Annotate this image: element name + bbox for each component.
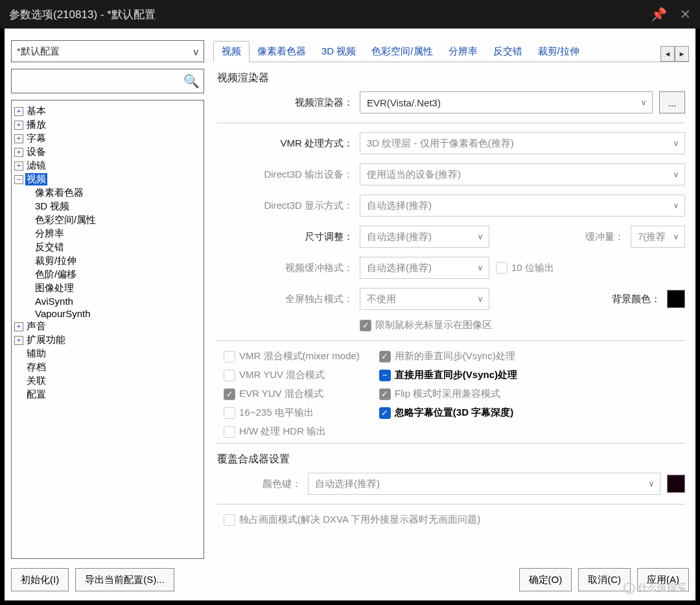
- tree-item-config[interactable]: 配置: [14, 388, 201, 401]
- chevron-down-icon: v: [478, 294, 482, 303]
- window-title: 参数选项(210813) - *默认配置: [9, 7, 156, 22]
- ok-button[interactable]: 确定(O): [519, 568, 572, 591]
- tree-item[interactable]: 分辨率: [34, 227, 201, 241]
- profile-value: *默认配置: [17, 45, 60, 58]
- tab-video[interactable]: 视频: [213, 41, 250, 62]
- window-controls: 📌 ✕: [651, 6, 691, 22]
- tree-item-archive[interactable]: 存档: [14, 361, 201, 374]
- tab-crop-stretch[interactable]: 裁剪/拉伸: [530, 42, 587, 62]
- init-button[interactable]: 初始化(I): [11, 568, 69, 591]
- fullscreen-select[interactable]: 不使用v: [360, 288, 489, 310]
- tree-item-device[interactable]: +设备: [14, 145, 201, 159]
- tab-deinterlace[interactable]: 反交错: [485, 42, 530, 62]
- colorkey-label: 颜色键：: [217, 478, 301, 490]
- bgcolor-swatch[interactable]: [667, 290, 685, 308]
- d3d-output-select[interactable]: 使用适当的设备(推荐)v: [360, 163, 685, 185]
- tree-item-playback[interactable]: +播放: [14, 118, 201, 132]
- search-input[interactable]: 🔍: [11, 69, 204, 93]
- tab-resolution[interactable]: 分辨率: [441, 42, 485, 62]
- tree-item-basic[interactable]: +基本: [14, 104, 201, 118]
- d3d-display-select[interactable]: 自动选择(推荐)v: [360, 195, 685, 217]
- chevron-down-icon: v: [674, 139, 678, 148]
- chevron-down-icon: v: [674, 232, 678, 241]
- tree-item[interactable]: 色彩空间/属性: [34, 213, 201, 227]
- tree-item[interactable]: VapourSynth: [34, 307, 201, 320]
- bufferfmt-label: 视频缓冲格式：: [217, 262, 353, 274]
- vmr-select[interactable]: 3D 纹理层 - 仅用于像素着色(推荐)v: [360, 132, 685, 154]
- chevron-down-icon: v: [478, 263, 482, 272]
- tree-item-filter[interactable]: +滤镜: [14, 159, 201, 172]
- resize-label: 尺寸调整：: [217, 231, 353, 243]
- cancel-button[interactable]: 取消(C): [578, 568, 631, 591]
- tree-item[interactable]: 裁剪/拉伸: [34, 254, 201, 268]
- direct-vsync-checkbox[interactable]: −直接用垂直同步(Vsync)处理: [379, 369, 517, 381]
- vmr-label: VMR 处理方式：: [217, 137, 353, 150]
- buffer-select[interactable]: 7(推荐v: [631, 226, 685, 248]
- settings-panel: 视频渲染器 视频渲染器： EVR(Vista/.Net3)v ... VMR 处…: [213, 69, 689, 559]
- tree-item-extend[interactable]: +扩展功能: [14, 333, 201, 347]
- bgcolor-label: 背景颜色：: [612, 293, 660, 305]
- tree-item[interactable]: 反交错: [34, 241, 201, 254]
- chevron-down-icon: v: [478, 232, 482, 241]
- new-vsync-checkbox[interactable]: ✓用新的垂直同步(Vsync)处理: [379, 350, 517, 362]
- settings-tree: +基本 +播放 +字幕 +设备 +滤镜 −视频 像素着色器 3D 视频 色彩空间…: [11, 100, 204, 559]
- tree-video-children: 像素着色器 3D 视频 色彩空间/属性 分辨率 反交错 裁剪/拉伸 色阶/偏移 …: [14, 186, 201, 320]
- renderer-label: 视频渲染器：: [217, 97, 353, 109]
- d3d-display-label: Direct3D 显示方式：: [217, 200, 353, 212]
- bottom-bar: 初始化(I) 导出当前配置(S)... 确定(O) 取消(C) 应用(A): [5, 559, 695, 600]
- pin-icon[interactable]: 📌: [651, 6, 667, 22]
- tree-item[interactable]: 像素着色器: [34, 186, 201, 200]
- ignore-subtitle-checkbox[interactable]: ✓忽略字幕位置(3D 字幕深度): [379, 407, 517, 419]
- tab-prev-button[interactable]: ◄: [660, 46, 675, 62]
- export-button[interactable]: 导出当前配置(S)...: [75, 568, 174, 591]
- tree-item-video[interactable]: −视频: [14, 172, 201, 186]
- bufferfmt-select[interactable]: 自动选择(推荐)v: [360, 257, 489, 279]
- profile-select[interactable]: *默认配置 v: [11, 40, 204, 62]
- tenbit-checkbox[interactable]: 10 位输出: [496, 262, 554, 274]
- search-icon: 🔍: [183, 73, 200, 89]
- resize-select[interactable]: 自动选择(推荐)v: [360, 226, 489, 248]
- tab-3d-video[interactable]: 3D 视频: [314, 42, 364, 62]
- tabbar: 视频 像素着色器 3D 视频 色彩空间/属性 分辨率 反交错 裁剪/拉伸 ◄ ►: [213, 40, 689, 62]
- vmr-mix-checkbox[interactable]: VMR 混合模式(mixer mode): [224, 350, 360, 362]
- tab-colorspace[interactable]: 色彩空间/属性: [364, 42, 440, 62]
- tree-item-assist[interactable]: 辅助: [14, 347, 201, 361]
- restrict-cursor-checkbox[interactable]: ✓限制鼠标光标显示在图像区: [360, 319, 492, 331]
- vmr-yuv-checkbox[interactable]: VMR YUV 混合模式: [224, 369, 360, 381]
- apply-button[interactable]: 应用(A): [637, 568, 689, 591]
- colorkey-swatch[interactable]: [667, 475, 685, 493]
- colorkey-select[interactable]: 自动选择(推荐)v: [308, 473, 660, 495]
- tab-next-button[interactable]: ►: [675, 46, 689, 62]
- chevron-down-icon: v: [642, 98, 646, 107]
- tree-item-assoc[interactable]: 关联: [14, 374, 201, 388]
- chevron-down-icon: v: [649, 479, 653, 488]
- tree-item[interactable]: 色阶/偏移: [34, 268, 201, 281]
- close-icon[interactable]: ✕: [680, 6, 691, 22]
- chevron-down-icon: v: [674, 170, 678, 179]
- flip-compat-checkbox[interactable]: ✓Flip 模式时采用兼容模式: [379, 388, 517, 400]
- tree-item-audio[interactable]: +声音: [14, 320, 201, 333]
- chevron-down-icon: v: [674, 201, 678, 210]
- tree-item[interactable]: 3D 视频: [34, 200, 201, 213]
- evr-yuv-checkbox[interactable]: ✓EVR YUV 混合模式: [224, 388, 360, 400]
- hw-hdr-checkbox[interactable]: H/W 处理 HDR 输出: [224, 425, 360, 438]
- fullscreen-label: 全屏独占模式：: [217, 293, 353, 305]
- renderer-more-button[interactable]: ...: [659, 91, 685, 113]
- tree-item-subtitle[interactable]: +字幕: [14, 132, 201, 145]
- buffer-label: 缓冲量：: [585, 231, 624, 243]
- level-16-235-checkbox[interactable]: 16~235 电平输出: [224, 407, 360, 419]
- d3d-output-label: Direct3D 输出设备：: [217, 169, 353, 181]
- group-video-renderer: 视频渲染器: [217, 71, 685, 85]
- exclusive-mode-checkbox[interactable]: 独占画面模式(解决 DXVA 下用外接显示器时无画面问题): [224, 514, 480, 526]
- tree-item[interactable]: 图像处理: [34, 281, 201, 295]
- renderer-select[interactable]: EVR(Vista/.Net3)v: [360, 91, 653, 113]
- chevron-down-icon: v: [194, 46, 199, 57]
- titlebar: 参数选项(210813) - *默认配置 📌 ✕: [0, 0, 700, 29]
- tab-pixel-shader[interactable]: 像素着色器: [250, 42, 314, 62]
- group-overlay: 覆盖合成器设置: [217, 453, 685, 466]
- tree-item[interactable]: AviSynth: [34, 295, 201, 307]
